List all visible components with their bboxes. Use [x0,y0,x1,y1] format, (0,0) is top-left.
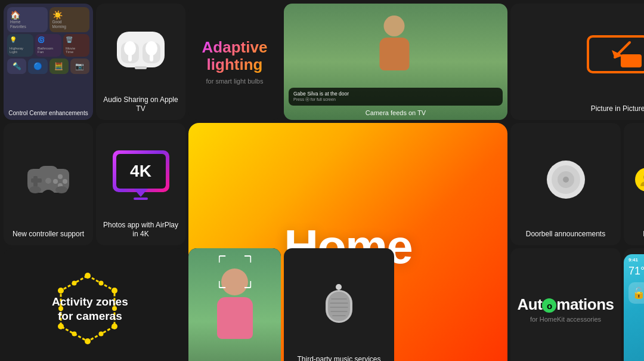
controller-label: New controller support [13,230,84,239]
4k-label: Photos app with AirPlay in 4K [102,221,179,239]
homepod-icon [320,281,358,329]
avatar-1 [635,168,644,192]
automations-subtitle: for HomeKit accessories [517,316,614,323]
svg-rect-7 [135,66,147,69]
doorbell-label: Doorbell announcements [526,230,605,239]
adaptive-title: Adaptivelighting [202,39,268,73]
tile-activity-zones: Activity zones for cameras [4,248,185,361]
tile-music: Third-party music services [284,248,394,361]
svg-point-15 [53,179,58,184]
svg-rect-42 [328,292,350,321]
phone-temp: 71° [624,263,644,280]
auto-pre: Aut [517,295,542,313]
camera-notification-sub: Press ⓔ for full screen [293,97,498,103]
svg-rect-11 [621,54,642,67]
svg-point-40 [72,280,76,285]
activity-zones-title: Activity zones for cameras [45,295,136,324]
tile-control-center: 🏠 HomeFavorites ☀️ GoodMorning 💡 Highway… [4,4,93,120]
svg-point-43 [336,284,342,290]
controller-icon [18,160,78,199]
tile-4k: 4K Photos app with AirPlay in 4K [96,123,185,245]
tile-pip: Picture in Picture [510,4,644,120]
svg-point-35 [98,280,103,285]
svg-point-16 [63,179,67,184]
tile-visual-status: 9:41 ▲▲▲ WiFi 🔋 71° 🔓 🏠 💡 🎵 New visual s… [624,248,644,361]
automations-title: Automations [517,296,614,313]
svg-point-3 [124,41,136,55]
svg-rect-13 [31,178,42,183]
music-label: Third-party music services [297,355,380,361]
camera-notification-name: Gabe Silva is at the door [293,91,498,97]
tile-multiuser: Multiuser for games [624,123,644,245]
svg-point-32 [85,338,91,344]
svg-point-34 [58,288,64,294]
svg-point-5 [145,41,157,55]
svg-point-38 [72,331,76,336]
svg-point-18 [45,178,51,184]
tile-adaptive-lighting: Adaptivelighting for smart light bulbs [188,4,281,120]
tile-controller: New controller support [4,123,93,245]
auto-o-icon: o [542,298,556,313]
control-center-label: Control Center enhancements [7,107,89,120]
doorbell-icon [545,159,587,200]
tile-doorbell: Doorbell announcements [510,123,621,245]
phone-time: 9:41 [628,257,638,263]
svg-point-19 [29,186,41,193]
tile-audio-sharing: Audio Sharing on Apple TV [96,4,185,120]
tile-face-recognition: Face recognition for cameras [188,248,281,361]
adaptive-subtitle: for smart light bulbs [206,78,264,85]
svg-point-24 [563,177,569,183]
audio-label: Audio Sharing on Apple TV [102,95,179,114]
svg-point-14 [58,174,63,179]
pip-icon [585,33,644,81]
svg-point-37 [98,331,103,336]
svg-point-29 [85,273,91,279]
auto-post: mations [556,295,614,313]
tile-automations: Automations for HomeKit accessories [510,248,621,361]
camera-feeds-label: Camera feeds on TV [284,109,507,116]
svg-rect-6 [150,54,153,61]
svg-point-30 [112,288,117,294]
svg-point-20 [55,186,67,193]
tile-camera-feeds: Gabe Silva is at the door Press ⓔ for fu… [284,4,507,120]
svg-rect-4 [128,54,132,61]
airpods-icon [108,26,174,79]
pip-label: Picture in Picture [591,104,644,114]
main-grid: 🏠 HomeFavorites ☀️ GoodMorning 💡 Highway… [0,0,644,361]
